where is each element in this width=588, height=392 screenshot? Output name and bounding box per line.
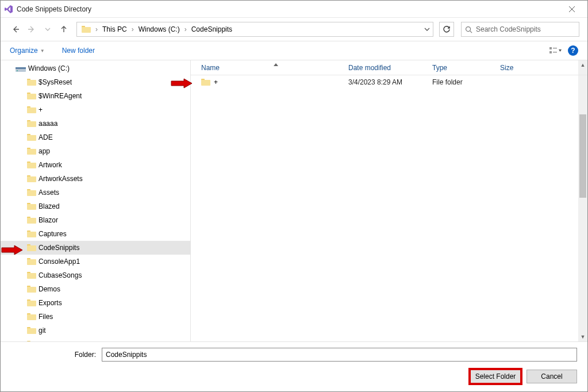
tree-item[interactable]: Blazed [1,199,190,213]
tree-item[interactable]: Exports [1,296,190,310]
folder-icon [27,244,36,252]
tree-item-label: git [39,326,46,335]
select-folder-button[interactable]: Select Folder [470,370,521,383]
tree-item[interactable]: CubaseSongs [1,268,190,282]
breadcrumb-item[interactable]: Windows (C:) [136,25,182,33]
tree-item[interactable]: ADE [1,130,190,144]
svg-rect-3 [549,47,552,49]
tree-item[interactable]: aaaaa [1,117,190,130]
back-button[interactable] [9,22,22,36]
recent-locations-button[interactable] [41,22,55,36]
column-size[interactable]: Size [500,64,587,72]
folder-icon [27,340,36,341]
tree-item[interactable]: Captures [1,227,190,241]
tree-item[interactable]: Assets [1,186,190,199]
folder-icon [27,285,36,293]
column-date-modified[interactable]: Date modified [348,64,432,72]
svg-rect-8 [16,67,26,69]
close-button[interactable] [560,1,584,17]
breadcrumb-item[interactable]: This PC [100,25,129,33]
tree-item-label: Windows (C:) [28,64,70,72]
tree-item[interactable]: ArtworkAssets [1,172,190,186]
folder-icon [27,258,36,266]
column-name[interactable]: Name [201,64,348,72]
up-button[interactable] [57,22,71,36]
breadcrumb-dropdown[interactable] [420,22,433,36]
tree-item-label: $SysReset [39,78,72,86]
dialog-title: Code Snippets Directory [17,5,91,13]
search-box[interactable] [461,22,579,37]
location-folder-icon [79,25,93,33]
refresh-button[interactable] [439,22,454,37]
tree-item[interactable]: inetpub [1,337,190,341]
tree-item[interactable]: Artwork [1,158,190,172]
tree-item[interactable]: Files [1,310,190,324]
tree-item-label: ArtworkAssets [39,175,83,183]
search-input[interactable] [476,25,575,33]
tree-item[interactable]: Blazor [1,213,190,227]
tree-item[interactable]: ConsoleApp1 [1,255,190,268]
tree-item[interactable]: git [1,324,190,337]
new-folder-button[interactable]: New folder [62,47,95,55]
breadcrumb[interactable]: › This PC › Windows (C:) › CodeSnippits [76,22,433,37]
tree-item[interactable]: Demos [1,282,190,296]
svg-rect-31 [27,218,36,224]
breadcrumb-separator: › [182,25,189,33]
svg-rect-27 [27,190,36,196]
tree-item-label: Captures [39,230,67,238]
folder-icon [27,78,36,86]
folder-icon [201,78,210,86]
svg-rect-1 [82,27,91,33]
svg-rect-23 [27,163,36,168]
tree-item[interactable]: + [1,103,190,117]
breadcrumb-item[interactable]: CodeSnippits [189,25,235,33]
file-type: File folder [432,78,500,86]
folder-icon [27,133,36,141]
folder-tree[interactable]: Windows (C:) $SysReset$WinREAgent+aaaaaA… [1,60,190,341]
svg-rect-43 [27,301,36,306]
folder-icon [27,120,36,128]
file-row[interactable]: +3/4/2023 8:29 AMFile folder [191,75,587,89]
file-name: + [214,78,218,86]
view-options-button[interactable] [546,44,564,57]
svg-rect-48 [27,341,30,341]
tree-item-drive[interactable]: Windows (C:) [1,62,190,75]
folder-icon [27,147,36,155]
tree-item-label: $WinREAgent [39,92,82,100]
code-snippets-directory-dialog: Code Snippets Directory › This PC › Wind… [0,0,588,392]
tree-item[interactable]: $SysReset [1,75,190,89]
folder-icon [27,230,36,238]
tree-item[interactable]: $WinREAgent [1,89,190,103]
cancel-button[interactable]: Cancel [526,370,577,383]
folder-icon [27,271,36,279]
svg-rect-21 [27,149,36,155]
svg-rect-39 [27,273,36,279]
tree-item-label: + [39,106,43,114]
file-list[interactable]: +3/4/2023 8:29 AMFile folder [191,75,587,341]
folder-icon [27,92,36,100]
svg-rect-47 [27,328,36,334]
svg-point-9 [17,70,18,71]
folder-input[interactable] [102,348,577,362]
tree-item-label: Artwork [39,161,62,169]
svg-point-2 [466,26,471,31]
tree-item[interactable]: CodeSnippits [1,241,190,255]
search-icon [465,26,472,33]
tree-item-label: Exports [39,299,62,307]
column-type[interactable]: Type [432,64,500,72]
forward-button[interactable] [25,22,39,36]
svg-rect-4 [549,51,552,53]
tree-item[interactable]: app [1,144,190,158]
file-list-pane: Name Date modified Type Size +3/4/2023 8… [190,60,587,341]
folder-icon [27,326,36,335]
tree-item-label: Files [39,313,53,321]
tree-item-label: Assets [39,189,59,197]
tree-item-label: app [39,147,50,155]
tree-item-label: ADE [39,133,53,141]
help-button[interactable]: ? [568,45,578,56]
breadcrumb-separator: › [93,25,100,33]
sort-ascending-icon [274,63,278,66]
organize-menu[interactable]: Organize ▼ [10,47,45,55]
tree-item-label: ConsoleApp1 [39,258,80,266]
column-headers: Name Date modified Type Size [191,60,587,75]
